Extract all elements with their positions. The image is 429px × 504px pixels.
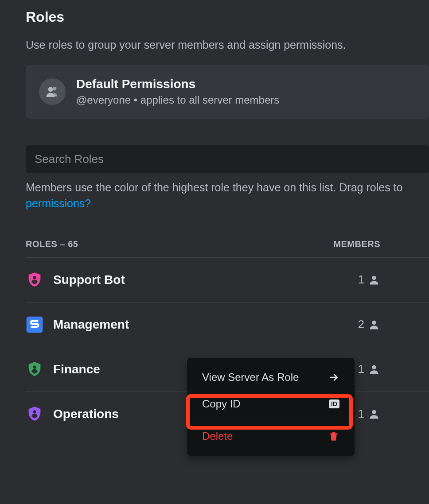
search-roles-container xyxy=(26,145,429,173)
count-value: 1 xyxy=(358,273,364,287)
role-name: Support Bot xyxy=(53,273,358,287)
roles-help-text: Members use the color of the highest rol… xyxy=(26,179,429,212)
role-member-count: 1 xyxy=(358,407,429,421)
search-roles-input[interactable] xyxy=(35,152,420,166)
page-title: Roles xyxy=(26,9,429,25)
svg-point-5 xyxy=(372,320,376,324)
svg-point-0 xyxy=(48,87,53,92)
roles-list-header: Roles – 65 Members xyxy=(26,239,429,258)
menu-separator xyxy=(193,420,348,420)
count-value: 1 xyxy=(358,362,364,376)
shield-person-icon xyxy=(26,405,43,423)
svg-point-3 xyxy=(372,275,376,279)
svg-point-7 xyxy=(372,365,376,369)
roles-count-header: Roles – 65 xyxy=(26,239,78,249)
role-member-count: 1 xyxy=(358,362,429,376)
svg-point-9 xyxy=(372,410,376,414)
role-context-menu: View Server As Role Copy ID ID Delete xyxy=(187,358,355,456)
person-icon xyxy=(368,274,380,286)
person-icon xyxy=(368,318,380,331)
menu-item-label: Delete xyxy=(202,430,233,442)
default-permissions-title: Default Permissions xyxy=(76,77,279,91)
members-icon xyxy=(39,78,66,105)
default-permissions-card[interactable]: Default Permissions @everyone • applies … xyxy=(26,65,429,119)
svg-point-8 xyxy=(33,410,36,413)
menu-item-label: Copy ID xyxy=(202,398,241,410)
svg-point-2 xyxy=(33,276,36,279)
svg-point-6 xyxy=(33,365,36,368)
role-name: Management xyxy=(53,318,358,332)
role-member-count: 2 xyxy=(358,318,429,331)
help-text-part1: Members use the color of the highest rol… xyxy=(26,181,402,194)
id-badge-icon: ID xyxy=(329,399,339,408)
shield-person-icon xyxy=(26,361,43,378)
members-column-header: Members xyxy=(333,239,380,249)
role-row-support-bot[interactable]: Support Bot 1 xyxy=(26,258,429,302)
count-value: 2 xyxy=(358,318,364,331)
page-subtitle: Use roles to group your server members a… xyxy=(26,39,429,51)
default-permissions-subtitle: @everyone • applies to all server member… xyxy=(76,94,279,106)
menu-copy-id[interactable]: Copy ID ID xyxy=(193,391,348,417)
shield-person-icon xyxy=(26,271,43,289)
count-value: 1 xyxy=(358,407,364,421)
menu-delete[interactable]: Delete xyxy=(193,423,348,450)
person-icon xyxy=(368,363,380,376)
role-row-management[interactable]: Management 2 xyxy=(26,302,429,347)
person-icon xyxy=(368,408,380,420)
arrow-right-icon xyxy=(328,372,339,383)
menu-view-as-role[interactable]: View Server As Role xyxy=(193,364,348,391)
svg-point-1 xyxy=(53,87,56,90)
menu-item-label: View Server As Role xyxy=(202,371,299,384)
square-s-icon xyxy=(26,316,43,333)
permissions-help-link[interactable]: permissions? xyxy=(26,197,91,209)
role-member-count: 1 xyxy=(358,273,429,287)
trash-icon xyxy=(328,430,339,442)
